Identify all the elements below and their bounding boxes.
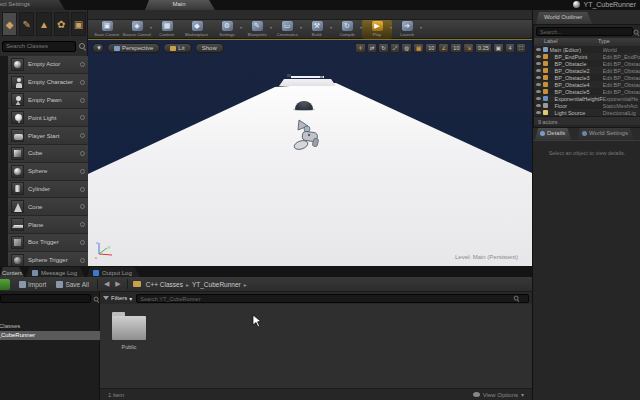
boxtrigger-icon xyxy=(11,236,24,249)
outliner-row[interactable]: Floor StaticMeshAct xyxy=(534,102,640,109)
outliner-row[interactable]: BP_Obstacle2 Edit BP_Obstacle xyxy=(534,67,640,74)
folder-asset[interactable]: Public xyxy=(112,312,148,352)
camera-speed-icon[interactable]: ▣ xyxy=(493,43,504,53)
level-viewport[interactable]: z x y Level: Main (Persistent) ▼ Perspec… xyxy=(88,39,532,266)
sources-search-input[interactable] xyxy=(0,294,91,303)
camera-speed-value[interactable]: 4 xyxy=(505,43,515,53)
mode-geometry-icon[interactable]: ▣ xyxy=(71,12,86,36)
visibility-eye-icon[interactable] xyxy=(536,104,541,108)
source-tree-item[interactable]: YT_CubeRunner xyxy=(0,331,100,340)
breadcrumb-item[interactable]: YT_CubeRunner xyxy=(192,281,241,288)
obstacle-mesh xyxy=(295,101,313,110)
place-actor-item[interactable]: Player Start xyxy=(8,127,88,145)
rotation-snap-toggle[interactable]: ∠ xyxy=(438,43,449,53)
content-button[interactable]: ▦ Content xyxy=(152,20,182,39)
play-button[interactable]: ▶ Play ▾ xyxy=(362,20,392,39)
dock-tabs: Content Browser× Message Log Output Log xyxy=(0,266,532,277)
place-actor-item[interactable]: Cube xyxy=(8,145,88,163)
place-actor-item[interactable]: Box Trigger xyxy=(8,234,88,252)
message-log-tab[interactable]: Message Log xyxy=(26,267,85,277)
outliner-col-label[interactable]: Label xyxy=(534,38,596,46)
place-actor-item[interactable]: Point Light xyxy=(8,109,88,127)
marketplace-button[interactable]: ◆ Marketplace xyxy=(182,20,212,39)
source-control-button[interactable]: ◈ Source Control ▾ xyxy=(122,20,152,39)
outliner-col-type[interactable]: Type xyxy=(596,38,610,46)
scale-snap-value[interactable]: 0.25 xyxy=(475,43,492,53)
source-tree-item[interactable]: C++ Classes xyxy=(0,322,100,331)
place-actor-item[interactable]: Plane xyxy=(8,216,88,234)
save-all-button[interactable]: Save All xyxy=(51,279,94,290)
details-tab[interactable]: Details xyxy=(535,128,571,140)
place-actor-item[interactable]: Cylinder xyxy=(8,181,88,199)
perspective-button[interactable]: Perspective xyxy=(107,43,160,53)
visibility-eye-icon[interactable] xyxy=(536,83,541,87)
visibility-eye-icon[interactable] xyxy=(536,90,541,94)
outliner-row[interactable]: Main (Editor) World xyxy=(534,46,640,53)
launch-button[interactable]: ➔ Launch ▾ xyxy=(392,20,422,39)
endpoint-platform xyxy=(279,79,336,86)
visibility-eye-icon[interactable] xyxy=(536,111,541,115)
mode-foliage-icon[interactable]: ✿ xyxy=(54,12,69,36)
scale-tool-button[interactable]: ⤢ xyxy=(390,43,400,53)
lit-button[interactable]: Lit xyxy=(163,43,191,53)
cone-icon xyxy=(11,200,24,213)
mode-paint-icon[interactable]: ✎ xyxy=(19,12,34,36)
world-settings-tab[interactable]: World Settings xyxy=(577,128,634,140)
place-actor-item[interactable]: Empty Character xyxy=(8,74,88,92)
filters-button[interactable]: Filters ▾ xyxy=(103,295,132,302)
visibility-eye-icon[interactable] xyxy=(536,69,541,73)
visibility-eye-icon[interactable] xyxy=(536,48,541,52)
place-actor-item[interactable]: Cone xyxy=(8,198,88,216)
assets-search-input[interactable]: Search YT_CubeRunner xyxy=(136,294,529,303)
add-new-button[interactable] xyxy=(0,279,10,290)
place-actor-item[interactable]: Empty Actor xyxy=(8,56,88,74)
mode-place-icon[interactable]: ◆ xyxy=(2,12,17,36)
viewport-options-dropdown[interactable]: ▼ xyxy=(92,43,104,53)
grid-snap-toggle[interactable]: ▦ xyxy=(413,43,424,53)
output-log-tab[interactable]: Output Log xyxy=(87,267,140,277)
select-tool-button[interactable]: ✛ xyxy=(355,43,366,53)
maximize-viewport-button[interactable]: ⛶ xyxy=(516,43,526,53)
grid-snap-value[interactable]: 10 xyxy=(425,43,437,53)
blueprints-button[interactable]: ✎ Blueprints ▾ xyxy=(242,20,272,39)
visibility-eye-icon[interactable] xyxy=(536,62,541,66)
outliner-search-input[interactable]: Search... xyxy=(536,27,633,36)
place-actor-item[interactable]: Empty Pawn xyxy=(8,92,88,110)
visibility-eye-icon[interactable] xyxy=(536,97,541,101)
show-button[interactable]: Show xyxy=(195,43,224,53)
world-local-toggle[interactable]: ◍ xyxy=(401,43,412,53)
visibility-eye-icon[interactable] xyxy=(536,55,541,59)
place-search-input[interactable]: Search Classes xyxy=(2,41,76,52)
outliner-row[interactable]: BP_Obstacle Edit BP_Obstacle xyxy=(534,60,640,67)
view-options-button[interactable]: View Options ▾ xyxy=(473,391,524,398)
settings-button[interactable]: ⚙ Settings ▾ xyxy=(212,20,242,39)
back-button[interactable]: ◀ xyxy=(101,280,112,288)
drag-handle-icon xyxy=(80,151,85,156)
dropdown-caret-icon[interactable]: ▾ xyxy=(420,25,422,30)
rotation-snap-value[interactable]: 10 xyxy=(450,43,462,53)
move-tool-button[interactable]: ⇄ xyxy=(367,43,378,53)
forward-button[interactable]: ▶ xyxy=(112,280,123,288)
outliner-row[interactable]: BP_Obstacle5 Edit BP_Obstacle xyxy=(534,88,640,95)
breadcrumb-item[interactable]: C++ Classes xyxy=(146,281,183,288)
compile-button[interactable]: ↻ Compile ▾ xyxy=(332,20,362,39)
content-browser-dock-tab[interactable]: Content Browser× xyxy=(0,267,24,277)
tab-main-level[interactable]: Main xyxy=(145,0,215,10)
world-outliner-tab[interactable]: World Outliner xyxy=(536,12,592,24)
build-button[interactable]: ⚒ Build ▾ xyxy=(302,20,332,39)
outliner-row[interactable]: ExponentialHeightFog ExponentialHe xyxy=(534,95,640,102)
outliner-row[interactable]: Light Source DirectionalLig xyxy=(534,109,640,116)
visibility-eye-icon[interactable] xyxy=(536,76,541,80)
mode-landscape-icon[interactable]: ▲ xyxy=(36,12,51,36)
outliner-row[interactable]: BP_Obstacle3 Edit BP_Obstacle xyxy=(534,74,640,81)
place-actor-item[interactable]: Sphere xyxy=(8,163,88,181)
import-button[interactable]: Import xyxy=(14,279,51,290)
scale-snap-toggle[interactable]: ⇲ xyxy=(463,43,474,53)
rotate-tool-button[interactable]: ↻ xyxy=(378,43,389,53)
tab-project-settings[interactable]: Project Settings xyxy=(0,0,65,10)
cinematics-button[interactable]: ▭ Cinematics ▾ xyxy=(272,20,302,39)
outliner-row[interactable]: BP_Obstacle4 Edit BP_Obstacle xyxy=(534,81,640,88)
outliner-row[interactable]: BP_EndPoint Edit BP_EndPoint xyxy=(534,53,640,60)
plane-icon xyxy=(11,218,24,231)
save-current-button[interactable]: ▣ Save Current xyxy=(92,20,122,39)
